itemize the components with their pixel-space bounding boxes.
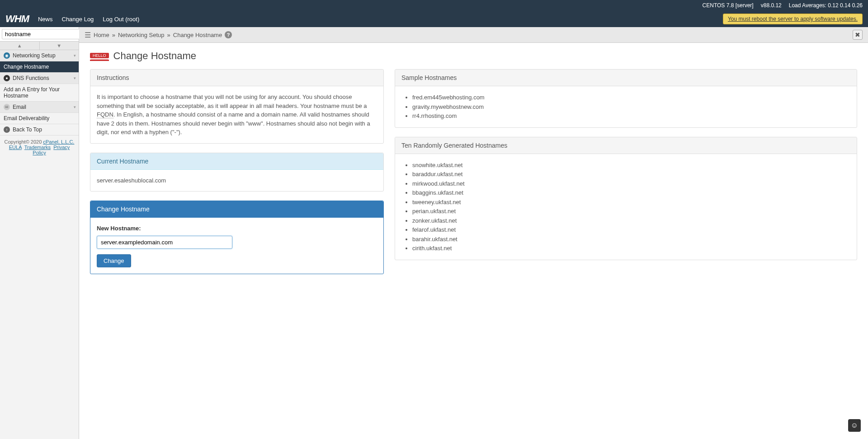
random-hostnames-panel: Ten Randomly Generated Hostnames snowhit… [395, 137, 857, 260]
list-item: snowhite.ukfast.net [412, 161, 850, 170]
reboot-notice[interactable]: You must reboot the server to apply soft… [723, 14, 863, 24]
page-title: Change Hostname [113, 50, 196, 62]
list-item: bbaggins.ukfast.net [412, 188, 850, 197]
link-cpanel[interactable]: cPanel, L.L.C. [43, 139, 74, 145]
new-hostname-input[interactable] [97, 236, 232, 249]
sidebar-item-label: Back To Top [13, 126, 42, 133]
version-label: v88.0.12 [761, 2, 782, 9]
list-item: felarof.ukfast.net [412, 225, 850, 234]
sidebar-footer: Copyright© 2020 cPanel, L.L.C. EULA Trad… [0, 135, 79, 159]
instructions-heading: Instructions [90, 70, 383, 86]
nav-changelog[interactable]: Change Log [62, 16, 94, 23]
list-item: rr4.rrhosting.com [412, 112, 850, 121]
mail-icon: ✉ [4, 104, 10, 110]
sample-hostnames-heading: Sample Hostnames [395, 70, 857, 86]
sidebar-item-label: Change Hostname [4, 64, 49, 70]
chevron-down-icon: ▾ [74, 53, 76, 58]
list-item: baraddur.ukfast.net [412, 170, 850, 179]
up-icon: ↑ [4, 126, 10, 133]
sidebar-item-email[interactable]: ✉Email▾ [0, 102, 79, 113]
change-hostname-panel: Change Hostname New Hostname: Change [90, 201, 384, 274]
list-item: zonker.ukfast.net [412, 216, 850, 225]
sidebar-item-back-to-top[interactable]: ↑Back To Top [0, 124, 79, 135]
nav-news[interactable]: News [38, 16, 53, 23]
random-hostnames-heading: Ten Randomly Generated Hostnames [395, 137, 857, 154]
sidebar-item-networking-setup[interactable]: ◉Networking Setup▾ [0, 50, 79, 61]
sidebar: ✕ ▲ ▼ ◉Networking Setup▾Change Hostname●… [0, 27, 79, 439]
hello-badge-icon: HELLO [90, 53, 109, 58]
list-item: barahir.ukfast.net [412, 235, 850, 244]
list-item: gravity.mywebhostnew.com [412, 103, 850, 112]
nav-logout[interactable]: Log Out (root) [103, 16, 139, 23]
breadcrumb-bar: ☰ Home » Networking Setup » Change Hostn… [79, 27, 868, 43]
link-eula[interactable]: EULA [9, 145, 22, 150]
help-icon[interactable]: ? [225, 31, 232, 38]
breadcrumb-home[interactable]: Home [94, 32, 109, 38]
close-icon[interactable]: ✖ [853, 30, 863, 40]
link-trademarks[interactable]: Trademarks [24, 145, 51, 150]
chat-bubble-icon[interactable]: ☺ [848, 419, 861, 432]
top-nav: WHM News Change Log Log Out (root) You m… [0, 11, 868, 27]
sidebar-item-change-hostname[interactable]: Change Hostname [0, 61, 79, 73]
sidebar-collapse-up-icon[interactable]: ▲ [0, 42, 40, 50]
os-label: CENTOS 7.8 [server] [703, 2, 754, 9]
menu-toggle-icon[interactable]: ☰ [85, 31, 91, 39]
breadcrumb-networking[interactable]: Networking Setup [118, 32, 165, 38]
sidebar-item-add-an-a-entry-for-your-hostname[interactable]: Add an A Entry for Your Hostname [0, 84, 79, 102]
chevron-down-icon: ▾ [74, 76, 76, 80]
sidebar-item-email-deliverability[interactable]: Email Deliverability [0, 113, 79, 124]
sidebar-search-input[interactable] [2, 29, 84, 39]
instructions-panel: Instructions It is important to choose a… [90, 69, 384, 144]
current-hostname-value: server.esaleshublocal.com [90, 170, 383, 191]
dns-icon: ● [4, 75, 10, 81]
list-item: mirkwood.ukfast.net [412, 179, 850, 188]
sidebar-item-dns-functions[interactable]: ●DNS Functions▾ [0, 73, 79, 84]
change-hostname-heading: Change Hostname [90, 201, 383, 218]
sidebar-item-label: DNS Functions [13, 75, 49, 81]
list-item: fred.em445webhosting.com [412, 93, 850, 102]
breadcrumb-current: Change Hostname [173, 32, 222, 38]
new-hostname-label: New Hostname: [97, 224, 377, 233]
sample-hostnames-panel: Sample Hostnames fred.em445webhosting.co… [395, 69, 857, 128]
chevron-down-icon: ▾ [74, 105, 76, 109]
whm-logo[interactable]: WHM [5, 13, 29, 25]
fqdn-term[interactable]: FQDN [97, 111, 113, 118]
list-item: tweeney.ukfast.net [412, 198, 850, 207]
load-averages: Load Averages: 0.12 0.14 0.26 [789, 2, 863, 9]
list-item: perian.ukfast.net [412, 207, 850, 216]
status-bar: CENTOS 7.8 [server] v88.0.12 Load Averag… [0, 0, 868, 11]
sidebar-item-label: Email Deliverability [4, 115, 49, 121]
sidebar-collapse-down-icon[interactable]: ▼ [40, 42, 79, 50]
current-hostname-panel: Current Hostname server.esaleshublocal.c… [90, 153, 384, 192]
list-item: cirith.ukfast.net [412, 244, 850, 253]
change-button[interactable]: Change [97, 254, 131, 267]
sidebar-item-label: Networking Setup [13, 52, 56, 59]
sidebar-item-label: Add an A Entry for Your Hostname [4, 86, 75, 99]
current-hostname-heading: Current Hostname [90, 153, 383, 170]
sidebar-item-label: Email [13, 104, 26, 110]
globe-icon: ◉ [4, 52, 10, 59]
